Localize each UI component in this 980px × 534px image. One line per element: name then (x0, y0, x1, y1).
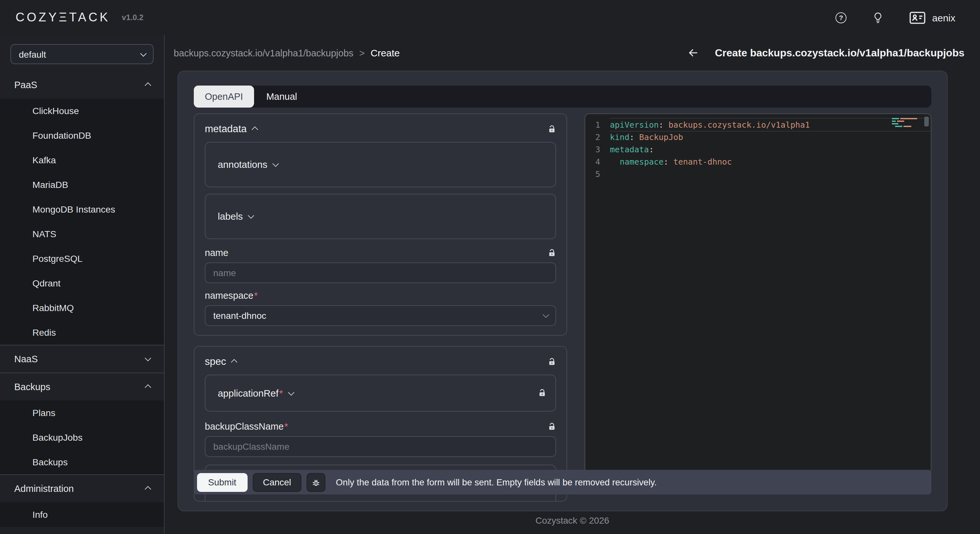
back-button[interactable] (687, 47, 699, 59)
breadcrumb: backups.cozystack.io/v1alpha1/backupjobs… (174, 47, 400, 58)
line-number: 2 (585, 131, 610, 143)
item-label: MariaDB (32, 180, 68, 190)
editor-line: 4 namespace: tenant-dhnoc (585, 156, 931, 168)
name-label-row: name (205, 247, 556, 259)
chevron-up-icon (252, 127, 258, 133)
backupclassname-label-row: backupClassName* (205, 421, 556, 432)
section-label: Backups (14, 382, 50, 392)
sidebar-item-redis[interactable]: Redis (0, 320, 164, 345)
editor-minimap[interactable] (892, 118, 922, 128)
create-form-panel: OpenAPI Manual metadata (178, 71, 948, 511)
item-label: ClickHouse (32, 106, 79, 116)
main-row: default PaaS ClickHouse FoundationDB Kaf… (0, 35, 980, 534)
item-label: Redis (32, 327, 56, 338)
sidebar-item-postgresql[interactable]: PostgreSQL (0, 246, 164, 271)
code-line: apiVersion: backups.cozystack.io/v1alpha… (610, 119, 931, 131)
chevron-down-icon (248, 213, 254, 218)
page-title: Create backups.cozystack.io/v1alpha1/bac… (715, 47, 964, 59)
chevron-down-icon (288, 389, 294, 395)
card-title-label: metadata (205, 123, 247, 135)
spec-title-row: spec (205, 355, 556, 368)
item-label: Qdrant (32, 278, 60, 288)
required-marker: * (284, 421, 288, 432)
unlock-icon[interactable] (548, 422, 556, 431)
namespace-select[interactable]: tenant-dhnoc (205, 305, 556, 326)
sidebar-submenu-administration: Info (0, 502, 164, 527)
item-label: Plans (32, 408, 56, 418)
backupclassname-label: backupClassName* (205, 421, 288, 432)
yaml-editor[interactable]: 1 apiVersion: backups.cozystack.io/v1alp… (585, 113, 931, 474)
metadata-title-row: metadata (205, 122, 556, 135)
footer-copyright: Cozystack © 2026 (165, 515, 980, 526)
labels-group[interactable]: labels (205, 194, 556, 239)
code-line: namespace: tenant-dhnoc (610, 156, 931, 168)
chevron-down-icon (272, 161, 278, 167)
sidebar-section-naas[interactable]: NaaS (0, 345, 164, 373)
tab-openapi[interactable]: OpenAPI (194, 86, 254, 108)
line-number: 5 (585, 168, 610, 180)
sidebar-section-backups[interactable]: Backups (0, 373, 164, 400)
tab-manual[interactable]: Manual (254, 86, 310, 108)
annotations-group[interactable]: annotations (205, 142, 556, 187)
sidebar-section-paas[interactable]: PaaS (0, 71, 164, 99)
applicationref-toggle: applicationRef* (218, 388, 293, 398)
unlock-icon[interactable] (548, 248, 556, 257)
label-text: namespace (205, 290, 253, 301)
app-version: v1.0.2 (122, 13, 143, 22)
sidebar-item-mongodb-instances[interactable]: MongoDB Instances (0, 197, 164, 222)
sidebar-item-mariadb[interactable]: MariaDB (0, 172, 164, 197)
app-root: COZYΞTACK v1.0.2 ? (0, 0, 980, 534)
item-label: Backups (32, 457, 68, 467)
sidebar-item-qdrant[interactable]: Qdrant (0, 271, 164, 296)
chevron-up-icon (145, 487, 150, 493)
section-label: NaaS (14, 354, 38, 364)
section-label: PaaS (14, 80, 37, 90)
page-title-wrap: Create backups.cozystack.io/v1alpha1/bac… (687, 40, 964, 66)
help-button[interactable]: ? (835, 12, 846, 23)
item-label: FoundationDB (32, 130, 91, 141)
debug-button[interactable] (307, 473, 325, 491)
tenant-select[interactable]: default (10, 44, 154, 64)
breadcrumb-resource-link[interactable]: backups.cozystack.io/v1alpha1/backupjobs (174, 48, 353, 58)
sidebar-item-backupjobs[interactable]: BackupJobs (0, 425, 164, 450)
submit-button[interactable]: Submit (197, 473, 247, 491)
spec-collapse-toggle[interactable]: spec (205, 356, 236, 367)
content-area: backups.cozystack.io/v1alpha1/backupjobs… (165, 35, 980, 534)
user-menu[interactable]: aenix (909, 11, 955, 24)
namespace-label: namespace* (205, 290, 258, 301)
sidebar-item-kafka[interactable]: Kafka (0, 148, 164, 172)
editor-line: 2 kind: BackupJob (585, 131, 931, 143)
sidebar-section-administration[interactable]: Administration (0, 475, 164, 502)
unlock-icon[interactable] (538, 389, 546, 397)
sidebar-item-plans[interactable]: Plans (0, 400, 164, 425)
unlock-icon[interactable] (548, 125, 556, 133)
cancel-button[interactable]: Cancel (253, 473, 301, 491)
sidebar-item-nats[interactable]: NATS (0, 222, 164, 246)
content-header: backups.cozystack.io/v1alpha1/backupjobs… (165, 35, 980, 71)
editor-column: 1 apiVersion: backups.cozystack.io/v1alp… (585, 113, 931, 511)
tab-label: Manual (266, 91, 297, 102)
unlock-icon[interactable] (548, 358, 556, 366)
sidebar-item-backups[interactable]: Backups (0, 450, 164, 474)
metadata-collapse-toggle[interactable]: metadata (205, 123, 257, 135)
line-number: 3 (585, 143, 610, 156)
sidebar-item-clickhouse[interactable]: ClickHouse (0, 99, 164, 123)
sidebar-item-rabbitmq[interactable]: RabbitMQ (0, 296, 164, 320)
sidebar-item-foundationdb[interactable]: FoundationDB (0, 123, 164, 148)
group-label: applicationRef* (218, 388, 283, 398)
editor-line: 3 metadata: (585, 143, 931, 156)
backupclassname-input[interactable] (205, 436, 556, 457)
name-input[interactable] (205, 262, 556, 283)
sidebar-item-info[interactable]: Info (0, 502, 164, 527)
chevron-up-icon (231, 360, 237, 366)
form-column: metadata (194, 113, 567, 511)
applicationref-group[interactable]: applicationRef* (205, 375, 556, 412)
required-marker: * (254, 290, 258, 301)
sidebar: default PaaS ClickHouse FoundationDB Kaf… (0, 35, 165, 534)
item-label: NATS (32, 229, 56, 239)
item-label: MongoDB Instances (32, 204, 115, 215)
name-label: name (205, 248, 229, 258)
editor-scrollbar-thumb[interactable] (924, 117, 929, 126)
required-marker: * (279, 388, 283, 398)
theme-toggle-button[interactable] (872, 11, 883, 24)
